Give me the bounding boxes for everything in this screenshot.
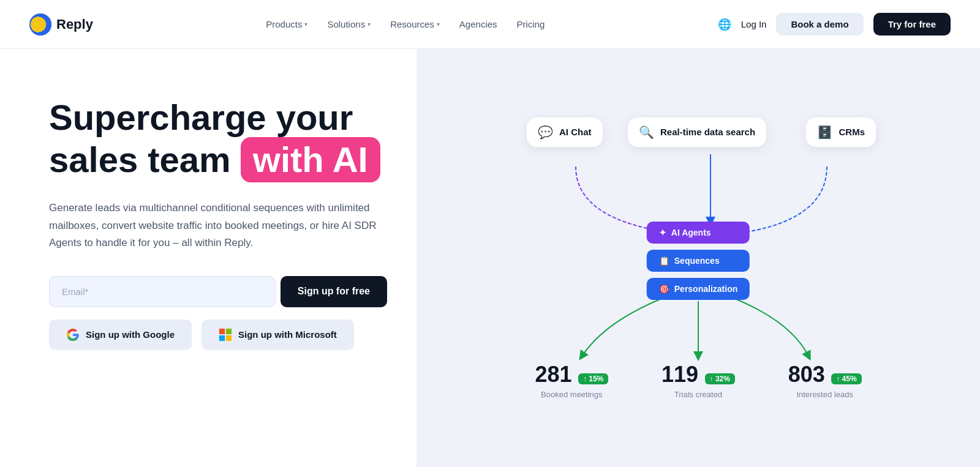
login-button[interactable]: Log In [741,19,767,29]
nav-links: Products ▾ Solutions ▾ Resources ▾ Agenc… [266,19,545,29]
nav-actions: 🌐 Log In Book a demo Try for free [718,13,951,35]
crms-card: 🗄️ CRMs [806,118,876,147]
nav-resources[interactable]: Resources ▾ [390,19,440,29]
sequences-pill: 📋 Sequences [647,250,750,272]
stat3-badge: ↑ 45% [831,373,861,384]
logo-icon [29,13,51,35]
stat-booked-meetings: 281 ↑ 15% Booked meetings [535,362,608,399]
ai-chat-card: 💬 AI Chat [527,118,603,147]
chevron-down-icon: ▾ [304,21,307,28]
search-icon: 🔍 [639,125,654,140]
logo[interactable]: Reply [29,13,93,35]
social-signup-buttons: Sign up with Google Sign up with Microso… [49,319,387,350]
nav-pricing[interactable]: Pricing [517,19,545,29]
svg-rect-3 [226,335,232,341]
email-input[interactable] [49,276,276,307]
stats-row: 281 ↑ 15% Booked meetings 119 ↑ 32% Tria… [508,362,888,399]
microsoft-icon [219,328,232,342]
language-button[interactable]: 🌐 [718,18,731,31]
realtime-data-card: 🔍 Real-time data search [628,118,766,147]
stat-trials-created: 119 ↑ 32% Trials created [662,362,735,399]
chevron-down-icon: ▾ [437,21,440,28]
stat2-badge: ↑ 32% [705,373,735,384]
main-content: Supercharge your sales team with AI Gene… [0,49,980,467]
feature-pills: ✦ AI Agents 📋 Sequences 🎯 Personalizatio… [647,222,750,300]
signup-free-button[interactable]: Sign up for free [281,276,387,307]
svg-rect-2 [219,335,225,341]
nav-products[interactable]: Products ▾ [266,19,307,29]
try-free-button[interactable]: Try for free [873,13,951,35]
chevron-down-icon: ▾ [368,21,371,28]
microsoft-signup-button[interactable]: Sign up with Microsoft [202,319,354,350]
sequences-icon: 📋 [659,256,669,266]
navbar: Reply Products ▾ Solutions ▾ Resources ▾… [0,0,980,49]
personalization-icon: 🎯 [659,284,669,294]
chat-icon: 💬 [538,125,553,140]
hero-heading: Supercharge your sales team with AI [49,98,387,182]
stat1-badge: ↑ 15% [578,373,608,384]
nav-agencies[interactable]: Agencies [459,19,497,29]
ai-highlight-badge: with AI [241,137,380,183]
personalization-pill: 🎯 Personalization [647,278,750,300]
ai-agents-icon: ✦ [659,228,666,237]
ai-agents-pill: ✦ AI Agents [647,222,750,244]
hero-panel: Supercharge your sales team with AI Gene… [0,49,417,467]
stat-interested-leads: 803 ↑ 45% Interested leads [788,362,862,399]
svg-rect-0 [219,329,225,334]
nav-solutions[interactable]: Solutions ▾ [327,19,371,29]
database-icon: 🗄️ [817,125,832,140]
brand-name: Reply [56,17,93,32]
email-signup-row: Sign up for free [49,276,387,307]
svg-rect-1 [226,329,232,334]
google-icon [66,328,80,342]
diagram: 💬 AI Chat 🔍 Real-time data search 🗄️ CRM… [508,99,888,417]
google-signup-button[interactable]: Sign up with Google [49,319,192,350]
hero-description: Generate leads via multichannel conditio… [49,200,387,251]
diagram-panel: 💬 AI Chat 🔍 Real-time data search 🗄️ CRM… [417,49,980,467]
book-demo-button[interactable]: Book a demo [776,13,863,35]
